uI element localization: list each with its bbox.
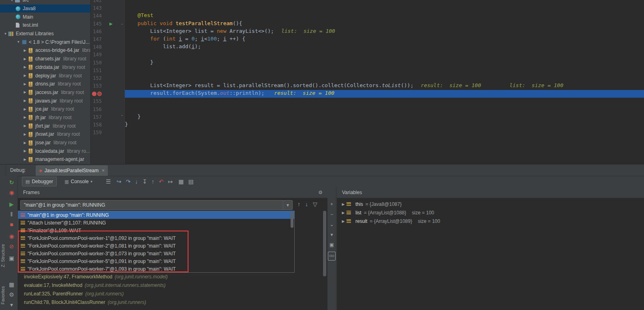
code-line-144[interactable]: @Test xyxy=(125,12,644,20)
filter-threads-icon[interactable]: ▽ xyxy=(313,201,317,207)
tree-item-access-bridge-64-jar[interactable]: ▶access-bridge-64.jarlibrary root xyxy=(0,46,90,55)
collapse-icon[interactable]: ▾ xyxy=(330,231,333,238)
line-number[interactable]: 157 xyxy=(93,114,102,120)
favorites-tool-button[interactable]: Favorites xyxy=(0,286,5,304)
settings-button[interactable]: ⚙ xyxy=(9,291,14,298)
code-line-153[interactable]: List<Integer> result = list.parallelStre… xyxy=(125,82,644,90)
tree-item-main[interactable]: Main xyxy=(0,13,90,21)
thread-item[interactable]: "Finalizer"@1,109: WAIT xyxy=(18,227,294,234)
chevron-expanded-icon[interactable]: ▼ xyxy=(15,40,21,44)
gutter-row[interactable]: 151 xyxy=(91,67,124,75)
chevron-collapsed-icon[interactable]: ▶ xyxy=(22,158,28,161)
line-number[interactable]: 143 xyxy=(93,5,102,11)
gutter-row[interactable]: 152 xyxy=(91,75,124,82)
tree-item-external-libraries[interactable]: ▼External Libraries xyxy=(0,30,90,38)
thread-item[interactable]: "Attach Listener"@1,107: RUNNING xyxy=(18,219,294,227)
line-number[interactable]: 149 xyxy=(93,52,102,58)
gutter-row[interactable]: 146 xyxy=(91,28,124,36)
stack-frame-item[interactable]: evaluate:17, InvokeMethod(org.junit.inte… xyxy=(18,281,327,290)
thread-item[interactable]: "ForkJoinPool.commonPool-worker-3"@1,073… xyxy=(18,250,294,257)
code-line-149[interactable] xyxy=(125,51,644,59)
chevron-collapsed-icon[interactable]: ▶ xyxy=(22,65,28,69)
line-number[interactable]: 150 xyxy=(93,60,102,66)
fold-marker-icon[interactable]: ⌃ xyxy=(120,114,124,119)
code-line-156[interactable] xyxy=(125,106,644,113)
tree-item-jfxrt-jar[interactable]: ▶jfxrt.jarlibrary root xyxy=(0,122,90,130)
chevron-collapsed-icon[interactable]: ▶ xyxy=(22,141,28,145)
editor-gutter[interactable]: 142143144145▶⌄14614714814915015115215315… xyxy=(91,0,125,164)
tree-item-javaws-jar[interactable]: ▶javaws.jarlibrary root xyxy=(0,96,90,105)
pin-button[interactable]: ▾ xyxy=(10,301,13,308)
layout-menu-icon[interactable]: ☰ xyxy=(106,178,111,185)
thread-item[interactable]: "ForkJoinPool.commonPool-worker-2"@1,081… xyxy=(18,242,294,250)
gear-icon[interactable]: ⚙ xyxy=(318,187,323,198)
gutter-row[interactable]: 147 xyxy=(91,36,124,43)
tree-item-jsse-jar[interactable]: ▶jsse.jarlibrary root xyxy=(0,139,90,147)
chevron-collapsed-icon[interactable]: ▶ xyxy=(22,115,28,119)
gutter-row[interactable]: 159 xyxy=(91,129,124,137)
code-line-150[interactable]: } xyxy=(125,59,644,67)
step-over-icon[interactable]: ↷ xyxy=(126,178,131,185)
resume-button[interactable]: ▶ xyxy=(9,201,14,207)
gutter-row[interactable]: 150 xyxy=(91,59,124,67)
line-number[interactable]: 146 xyxy=(93,29,102,34)
breakpoint-icon[interactable] xyxy=(92,92,96,96)
chevron-collapsed-icon[interactable]: ▶ xyxy=(22,49,28,52)
tree-item-localedata-jar[interactable]: ▶localedata.jarlibrary ro... xyxy=(0,147,90,155)
gutter-row[interactable]: 155 xyxy=(91,98,124,105)
line-number[interactable]: 159 xyxy=(93,130,102,135)
editor[interactable]: @Test public void testParallelStream(){ … xyxy=(125,0,644,164)
tree-item-jfxswt-jar[interactable]: ▶jfxswt.jarlibrary root xyxy=(0,130,90,139)
chevron-collapsed-icon[interactable]: ▶ xyxy=(22,74,28,77)
code-line-146[interactable]: List<Integer> list = new ArrayList<>();l… xyxy=(125,28,644,36)
line-number[interactable]: 155 xyxy=(93,98,102,104)
next-frame-icon[interactable]: ↓ xyxy=(305,201,308,207)
chevron-collapsed-icon[interactable]: ▶ xyxy=(22,107,28,111)
chevron-collapsed-icon[interactable]: ▶ xyxy=(22,99,28,103)
gutter-row[interactable]: 157⌃ xyxy=(91,113,124,121)
chevron-collapsed-icon[interactable]: ▶ xyxy=(340,211,347,215)
tree-item-src[interactable]: ▼src xyxy=(0,0,90,4)
line-number[interactable]: 147 xyxy=(93,36,102,42)
gutter-row[interactable]: 156 xyxy=(91,106,124,113)
dropdown-scrollbar[interactable] xyxy=(291,212,293,228)
line-number[interactable]: 142 xyxy=(93,0,102,3)
gutter-row[interactable]: 144 xyxy=(91,12,124,20)
view-breakpoints-button[interactable]: ◉ xyxy=(9,233,14,239)
variable-row-list[interactable]: ▶list= {ArrayList@1088}size = 100 xyxy=(337,208,644,217)
tab-debugger[interactable]: ▤ Debugger xyxy=(22,177,57,186)
run-test-icon[interactable]: ▶ xyxy=(109,21,113,26)
chevron-collapsed-icon[interactable]: ▶ xyxy=(22,133,28,136)
gutter-row[interactable]: 158 xyxy=(91,121,124,129)
tree-item-jaccess-jar[interactable]: ▶jaccess.jarlibrary root xyxy=(0,88,90,97)
line-number[interactable]: 158 xyxy=(93,122,102,128)
chevron-collapsed-icon[interactable]: ▶ xyxy=(22,82,28,86)
code-line-159[interactable] xyxy=(125,129,644,137)
gutter-row[interactable]: 149 xyxy=(91,51,124,59)
restore-layout-button[interactable]: ▦ xyxy=(9,281,14,288)
code-line-154[interactable]: result.forEach(System.out::println);resu… xyxy=(125,90,644,98)
gutter-row[interactable]: 148 xyxy=(91,43,124,51)
show-execution-point-icon[interactable]: ↪ xyxy=(117,178,122,185)
code-line-152[interactable] xyxy=(125,75,644,82)
gutter-row[interactable]: 153 xyxy=(91,82,124,90)
chevron-expanded-icon[interactable]: ▼ xyxy=(9,0,15,2)
chevron-collapsed-icon[interactable]: ▶ xyxy=(22,90,28,94)
gutter-row[interactable] xyxy=(91,90,124,98)
chevron-collapsed-icon[interactable]: ▶ xyxy=(22,124,28,128)
frames-scrollbar[interactable] xyxy=(323,211,326,276)
copy-stack-icon[interactable]: ▣ xyxy=(329,242,334,248)
prev-frame-icon[interactable]: ↑ xyxy=(297,201,300,207)
code-line-157[interactable]: } xyxy=(125,113,644,121)
code-line-151[interactable] xyxy=(125,67,644,75)
rerun-button[interactable]: ↻ xyxy=(9,179,14,186)
variable-row-result[interactable]: ▶result= {ArrayList@1089}size = 100 xyxy=(337,217,644,225)
chevron-down-icon[interactable]: ▾ xyxy=(283,201,292,210)
tree-item-dnsns-jar[interactable]: ▶dnsns.jarlibrary root xyxy=(0,80,90,88)
code-line-145[interactable]: public void testParallelStream(){ xyxy=(125,20,644,28)
tree-item-test-iml[interactable]: test.iml xyxy=(0,21,90,30)
force-step-into-icon[interactable]: ↧ xyxy=(142,178,147,185)
tree-item-charsets-jar[interactable]: ▶charsets.jarlibrary root xyxy=(0,55,90,63)
chevron-collapsed-icon[interactable]: ▶ xyxy=(22,57,28,61)
add-icon[interactable]: + xyxy=(330,201,333,207)
